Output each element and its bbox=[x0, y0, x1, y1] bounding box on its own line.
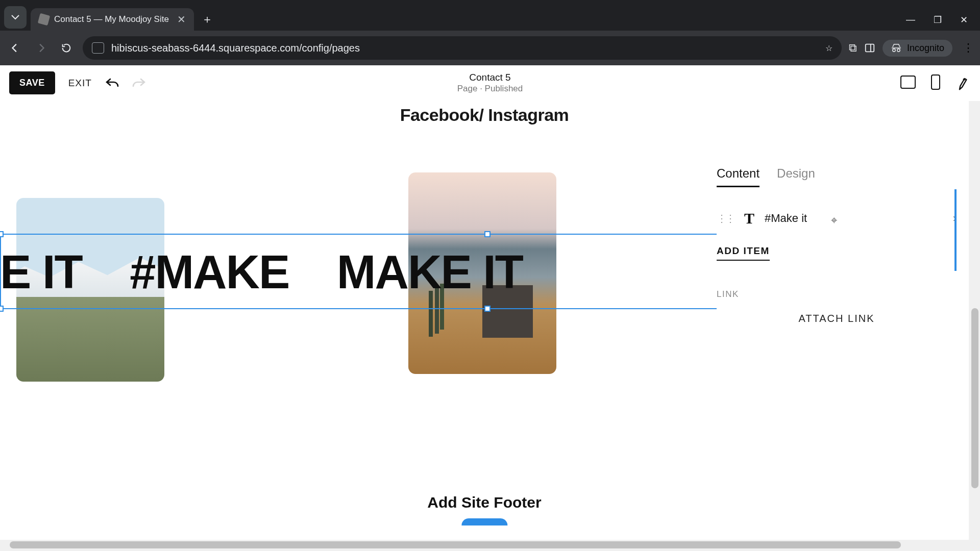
incognito-badge[interactable]: Incognito bbox=[883, 40, 952, 57]
browser-tab-strip: Contact 5 — My Moodjoy Site ✕ ＋ ― ❐ ✕ bbox=[0, 0, 980, 31]
browser-toolbar: hibiscus-seabass-6444.squarespace.com/co… bbox=[0, 31, 980, 65]
add-item-button[interactable]: ADD ITEM bbox=[717, 245, 770, 261]
arrow-right-icon bbox=[35, 42, 46, 54]
undo-icon bbox=[105, 77, 119, 89]
page-canvas[interactable]: Facebook/ Instagram E IT #MAKE MAKE IT A… bbox=[0, 101, 969, 551]
content-item-label: #Make it bbox=[765, 212, 807, 225]
svg-rect-0 bbox=[866, 44, 874, 52]
mobile-view-button[interactable] bbox=[931, 74, 940, 92]
link-section-label: LINK bbox=[717, 289, 957, 299]
content-item-row[interactable]: ⋮⋮ T #Make it ⌖ › bbox=[717, 191, 957, 231]
page-status: Page · Published bbox=[457, 84, 523, 94]
extensions-icon[interactable]: ⧉ bbox=[849, 41, 857, 55]
panel-selection-edge bbox=[954, 189, 957, 271]
tab-title: Contact 5 — My Moodjoy Site bbox=[54, 14, 169, 24]
page-title: Contact 5 bbox=[457, 72, 523, 84]
url-text: hibiscus-seabass-6444.squarespace.com/co… bbox=[111, 42, 360, 54]
browser-menu-icon[interactable]: ⋮ bbox=[960, 41, 974, 55]
editor-canvas-area: Facebook/ Instagram E IT #MAKE MAKE IT A… bbox=[0, 101, 980, 551]
browser-tab[interactable]: Contact 5 — My Moodjoy Site ✕ bbox=[31, 8, 194, 31]
incognito-label: Incognito bbox=[907, 43, 944, 54]
window-close-icon[interactable]: ✕ bbox=[960, 14, 968, 26]
tab-favicon bbox=[38, 13, 50, 26]
resize-handle-bl[interactable] bbox=[0, 306, 4, 312]
redo-button bbox=[132, 77, 146, 89]
horizontal-scrollbar[interactable] bbox=[0, 540, 969, 551]
scroll-thumb[interactable] bbox=[10, 541, 901, 548]
add-site-footer[interactable]: Add Site Footer bbox=[427, 494, 541, 525]
editor-toolbar: SAVE EXIT Contact 5 Page · Published bbox=[0, 65, 980, 101]
tab-content[interactable]: Content bbox=[717, 166, 760, 187]
exit-button[interactable]: EXIT bbox=[68, 78, 92, 89]
incognito-icon bbox=[891, 43, 902, 53]
social-heading[interactable]: Facebook/ Instagram bbox=[400, 105, 569, 125]
selection-outline[interactable] bbox=[0, 234, 720, 309]
new-tab-button[interactable]: ＋ bbox=[198, 10, 216, 29]
tab-search-button[interactable] bbox=[4, 6, 27, 29]
resize-handle-tl[interactable] bbox=[0, 231, 4, 237]
forward-button[interactable] bbox=[32, 39, 50, 57]
desktop-icon bbox=[900, 76, 916, 89]
drag-handle-icon[interactable]: ⋮⋮ bbox=[717, 212, 734, 224]
side-panel-icon[interactable] bbox=[864, 42, 875, 54]
styles-button[interactable] bbox=[954, 73, 973, 92]
text-type-icon: T bbox=[744, 210, 754, 227]
resize-handle-tm[interactable] bbox=[484, 231, 491, 237]
desktop-view-button[interactable] bbox=[900, 76, 916, 91]
attach-link-button[interactable]: ATTACH LINK bbox=[717, 313, 957, 324]
address-bar[interactable]: hibiscus-seabass-6444.squarespace.com/co… bbox=[83, 36, 842, 60]
cursor-pointer-icon: ⌖ bbox=[831, 214, 837, 227]
page-meta: Contact 5 Page · Published bbox=[457, 72, 523, 94]
redo-icon bbox=[132, 77, 146, 89]
window-maximize-icon[interactable]: ❐ bbox=[934, 14, 942, 26]
scroll-thumb[interactable] bbox=[971, 308, 978, 488]
site-info-icon[interactable] bbox=[92, 42, 104, 54]
vertical-scrollbar[interactable] bbox=[969, 101, 980, 551]
window-minimize-icon[interactable]: ― bbox=[906, 14, 915, 26]
undo-button[interactable] bbox=[105, 77, 119, 89]
reload-button[interactable] bbox=[57, 39, 76, 57]
save-button[interactable]: SAVE bbox=[9, 71, 55, 94]
bookmark-star-icon[interactable]: ☆ bbox=[825, 43, 832, 53]
chevron-down-icon bbox=[11, 15, 19, 20]
back-button[interactable] bbox=[6, 39, 24, 57]
add-footer-button[interactable] bbox=[461, 518, 507, 525]
panel-tabs: Content Design bbox=[717, 166, 957, 187]
reload-icon bbox=[61, 42, 72, 54]
tab-design[interactable]: Design bbox=[777, 166, 815, 187]
paintbrush-icon bbox=[954, 73, 973, 92]
arrow-left-icon bbox=[10, 42, 21, 54]
block-settings-panel: Content Design ⋮⋮ T #Make it ⌖ › ADD ITE… bbox=[717, 166, 957, 534]
mobile-icon bbox=[931, 74, 940, 90]
resize-handle-bm[interactable] bbox=[484, 306, 491, 312]
close-tab-icon[interactable]: ✕ bbox=[177, 13, 186, 26]
add-footer-label: Add Site Footer bbox=[427, 494, 541, 511]
